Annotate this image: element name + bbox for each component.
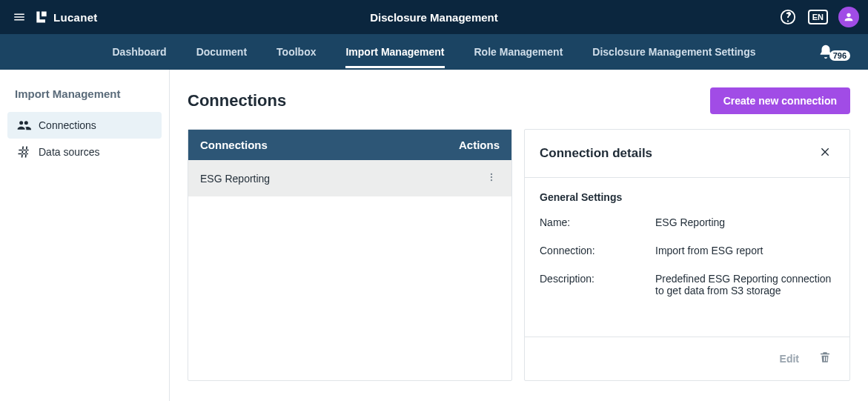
header-actions: EN [778,7,859,27]
delete-button[interactable] [815,348,835,370]
hamburger-menu-button[interactable] [9,7,30,27]
th-actions: Actions [459,139,500,151]
page-title: Connections [188,91,286,110]
table-header: Connections Actions [188,130,511,160]
user-icon [843,11,855,23]
table-row[interactable]: ESG Reporting [188,160,511,196]
edit-button[interactable]: Edit [772,348,806,369]
brand-logo-icon [34,10,49,24]
nav-tab-document[interactable]: Document [196,36,247,68]
general-settings-heading: General Settings [540,191,835,203]
brand: Lucanet [34,10,98,24]
main-nav: Dashboard Document Toolbox Import Manage… [0,34,868,70]
field-connection-label: Connection: [540,245,655,256]
app-header: Lucanet Disclosure Management EN [0,0,868,34]
details-header: Connection details [525,130,849,178]
details-body: General Settings Name: ESG Reporting Con… [525,178,849,337]
kebab-menu-icon [486,172,497,182]
svg-point-0 [491,173,492,175]
field-description-label: Description: [540,273,655,296]
connections-table: Connections Actions ESG Reporting [188,129,512,381]
user-avatar-button[interactable] [838,7,859,27]
help-button[interactable] [778,7,798,27]
help-icon [780,9,796,25]
field-connection: Connection: Import from ESG report [540,245,835,256]
connection-details-panel: Connection details General Settings Name… [524,129,850,381]
sidebar-item-label: Connections [39,119,96,131]
main-content: Connections Create new connection Connec… [170,70,868,401]
app-title: Disclosure Management [370,11,498,24]
nav-tab-dashboard[interactable]: Dashboard [113,36,167,68]
nav-tab-import-management[interactable]: Import Management [345,36,444,68]
create-connection-button[interactable]: Create new connection [710,87,850,114]
field-name: Name: ESG Reporting [540,216,835,228]
nav-tab-disclosure-settings[interactable]: Disclosure Management Settings [592,36,755,68]
sidebar-title: Import Management [15,87,162,100]
sidebar: Import Management Connections Data sourc… [0,70,170,401]
notifications-count-badge: 796 [829,50,850,61]
brand-name: Lucanet [53,11,98,24]
field-description-value: Predefined ESG Reporting connection to g… [655,273,835,296]
field-name-label: Name: [540,216,655,228]
field-connection-value: Import from ESG report [655,245,835,256]
details-footer: Edit [525,337,849,380]
svg-point-1 [491,176,492,178]
hash-icon [16,145,31,159]
svg-point-2 [491,179,492,181]
field-name-value: ESG Reporting [655,216,835,228]
nav-tab-role-management[interactable]: Role Management [474,36,563,68]
trash-icon [818,351,832,364]
nav-tab-toolbox[interactable]: Toolbox [276,36,316,68]
sidebar-item-data-sources[interactable]: Data sources [7,139,162,165]
sidebar-item-label: Data sources [39,146,99,158]
people-icon [16,118,31,133]
row-actions-menu-button[interactable] [483,169,500,188]
th-connections: Connections [200,139,459,151]
td-connection-name: ESG Reporting [200,173,483,185]
close-details-button[interactable] [817,143,835,164]
close-icon [820,146,832,158]
hamburger-icon [13,10,26,24]
field-description: Description: Predefined ESG Reporting co… [540,273,835,296]
details-title: Connection details [540,146,652,161]
sidebar-item-connections[interactable]: Connections [7,112,162,139]
language-selector[interactable]: EN [808,10,828,24]
notifications-button[interactable]: 796 [818,43,850,61]
